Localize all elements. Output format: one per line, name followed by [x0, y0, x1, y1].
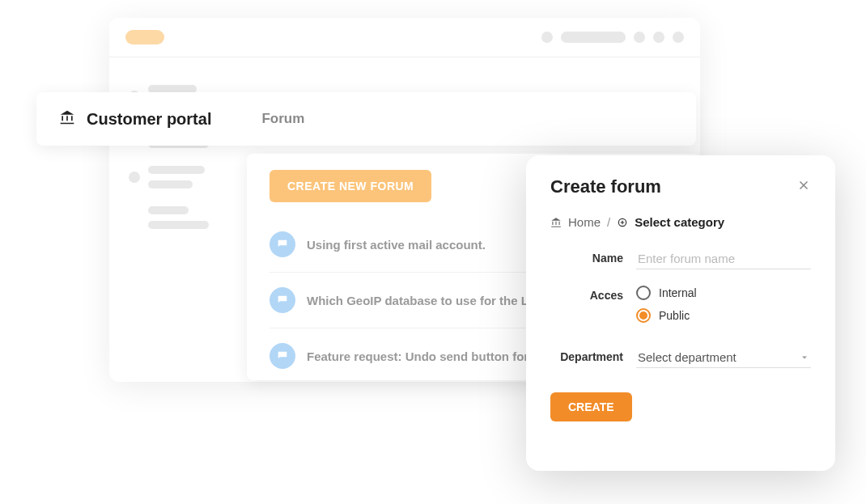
bg-pill-long: [561, 32, 626, 43]
forum-chat-icon: [270, 287, 295, 313]
radio-icon: [636, 308, 651, 323]
portal-title: Customer portal: [87, 110, 211, 129]
bank-icon: [59, 109, 75, 129]
department-select[interactable]: Select department: [636, 347, 811, 368]
create-submit-button[interactable]: CREATE: [550, 392, 632, 421]
bg-dot: [673, 32, 684, 43]
bg-pill: [125, 30, 164, 44]
create-new-forum-button[interactable]: CREATE NEW FORUM: [270, 170, 431, 202]
department-placeholder: Select department: [638, 350, 737, 364]
forum-name-input[interactable]: [636, 248, 811, 269]
access-radio-public[interactable]: Public: [636, 308, 811, 323]
breadcrumb-home[interactable]: Home: [568, 215, 601, 229]
create-forum-modal: Create forum Home / Select category Name…: [526, 155, 835, 471]
breadcrumb-select-category[interactable]: Select category: [635, 215, 724, 229]
department-field-row: Department Select department: [550, 347, 811, 368]
header-card: Customer portal Forum: [36, 92, 696, 146]
access-field-row: Acces Internal Public: [550, 286, 811, 331]
bg-controls: [541, 32, 684, 43]
section-label: Forum: [261, 111, 304, 127]
chevron-down-icon: [800, 353, 809, 362]
name-label: Name: [550, 248, 623, 265]
forum-chat-icon: [270, 231, 295, 257]
close-icon[interactable]: [796, 178, 811, 196]
plus-circle-icon: [617, 217, 628, 228]
breadcrumb-separator: /: [607, 215, 610, 229]
department-label: Department: [550, 347, 623, 363]
modal-header: Create forum: [550, 176, 811, 197]
bg-dot: [634, 32, 645, 43]
radio-label: Public: [659, 309, 690, 322]
access-radio-internal[interactable]: Internal: [636, 286, 811, 300]
access-label: Acces: [550, 286, 623, 302]
bg-dot: [541, 32, 553, 43]
bg-sidebar: [109, 57, 247, 274]
bg-window-top: [109, 18, 700, 57]
bg-dot: [653, 32, 664, 43]
radio-icon: [636, 286, 651, 300]
bank-icon: [550, 217, 562, 228]
name-field-row: Name: [550, 248, 811, 269]
breadcrumb: Home / Select category: [550, 215, 811, 229]
forum-chat-icon: [270, 343, 295, 369]
radio-label: Internal: [659, 286, 697, 299]
modal-title: Create forum: [550, 176, 661, 197]
